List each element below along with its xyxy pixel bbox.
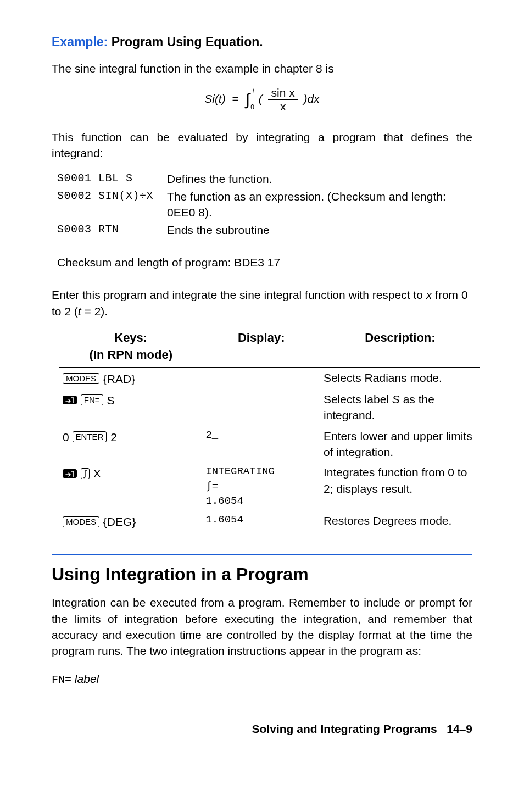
fn-key: FN= xyxy=(81,394,103,405)
desc-cell: Selects Radians mode. xyxy=(320,367,480,389)
col-keys-header: Keys: (In RPN mode) xyxy=(59,329,202,367)
formula-lhs: Si(t) xyxy=(204,92,226,105)
integrate-key: ∫ xyxy=(81,468,90,479)
page-footer: Solving and Integrating Programs 14–9 xyxy=(52,721,472,737)
int-upper: t xyxy=(253,87,254,96)
keys-cell: MODES {RAD} xyxy=(59,367,202,389)
open-paren: ( xyxy=(259,92,263,105)
table-row: MODES {DEG} 1.6054 Restores Degrees mode… xyxy=(59,510,480,532)
integral-sign: ∫ t 0 xyxy=(246,88,250,111)
display-cell: 2_ xyxy=(202,426,320,463)
key-text: 0 xyxy=(63,430,73,443)
desc-cell: Selects label S as the integrand. xyxy=(320,389,480,426)
step-code: S0003 RTN xyxy=(57,222,167,238)
step-desc: Defines the function. xyxy=(167,171,472,187)
program-steps: S0001 LBL S Defines the function. S0002 … xyxy=(57,171,472,238)
table-row: FN= S Selects label S as the integrand. xyxy=(59,389,480,426)
display-cell: INTEGRATING ∫= 1.6054 xyxy=(202,462,320,510)
keys-table: Keys: (In RPN mode) Display: Description… xyxy=(59,329,480,532)
keys-cell: ∫ X xyxy=(59,462,202,510)
formula-dx: dx xyxy=(308,92,320,105)
col-desc-header: Description: xyxy=(320,329,480,367)
step-row: S0002 SIN(X)÷X The function as an expres… xyxy=(57,188,472,221)
display-cell: 1.6054 xyxy=(202,510,320,532)
fraction-num: sin x xyxy=(268,87,298,100)
modes-key: MODES xyxy=(63,516,99,527)
intro-para-2: This function can be evaluated by integr… xyxy=(52,129,472,162)
desc-pre: Selects label xyxy=(324,393,392,405)
step-row: S0003 RTN Ends the subroutine xyxy=(57,222,472,238)
desc-cell: Enters lower and upper limits of integra… xyxy=(320,426,480,463)
close-paren: ) xyxy=(304,92,308,105)
formula: Si(t) = ∫ t 0 ( sin x x )dx xyxy=(52,87,472,113)
head-keys-l1: Keys: xyxy=(114,331,147,344)
section-rule xyxy=(52,554,472,555)
table-row: ∫ X INTEGRATING ∫= 1.6054 Integrates fun… xyxy=(59,462,480,510)
fn-label: label xyxy=(75,672,99,685)
desc-it: S xyxy=(392,393,400,405)
keys-cell: MODES {DEG} xyxy=(59,510,202,532)
example-title: Program Using Equation. xyxy=(112,35,263,49)
intro-para-3: Enter this program and integrate the sin… xyxy=(52,287,472,319)
formula-eq: = xyxy=(232,92,239,105)
key-text: {RAD} xyxy=(100,372,135,385)
modes-key: MODES xyxy=(63,373,99,384)
display-cell xyxy=(202,389,320,426)
desc-cell: Integrates function from 0 to 2; display… xyxy=(320,462,480,510)
display-cell xyxy=(202,367,320,389)
section-para: Integration can be executed from a progr… xyxy=(52,594,472,659)
fn-code: FN= xyxy=(52,674,71,686)
keys-cell: 0 ENTER 2 xyxy=(59,426,202,463)
section-heading: Using Integration in a Program xyxy=(52,562,472,587)
page: Example: Program Using Equation. The sin… xyxy=(0,0,524,759)
int-lower: 0 xyxy=(250,103,254,112)
footer-page: 14–9 xyxy=(447,722,472,735)
enter-key: ENTER xyxy=(73,431,107,442)
step-desc: Ends the subroutine xyxy=(167,222,472,238)
table-row: 0 ENTER 2 2_ Enters lower and upper limi… xyxy=(59,426,480,463)
intro3-var: x xyxy=(426,288,432,301)
fn-line: FN= label xyxy=(52,671,472,688)
step-code: S0001 LBL S xyxy=(57,171,167,187)
col-display-header: Display: xyxy=(202,329,320,367)
fraction-den: x xyxy=(268,100,298,113)
intro3-c: = 2). xyxy=(81,305,108,318)
intro3-a: Enter this program and integrate the sin… xyxy=(52,288,426,301)
key-text: {DEG} xyxy=(100,515,136,528)
shift-key xyxy=(63,396,77,404)
desc-cell: Restores Degrees mode. xyxy=(320,510,480,532)
shift-key xyxy=(63,469,77,478)
keys-cell: FN= S xyxy=(59,389,202,426)
footer-text: Solving and Integrating Programs xyxy=(252,722,437,735)
fraction: sin x x xyxy=(268,87,298,113)
key-text: S xyxy=(104,394,115,407)
table-row: MODES {RAD} Selects Radians mode. xyxy=(59,367,480,389)
key-text: 2 xyxy=(107,430,117,443)
key-text: X xyxy=(90,467,101,480)
example-label: Example: xyxy=(52,35,108,49)
step-desc: The function as an expression. (Checksum… xyxy=(167,188,472,221)
checksum-line: Checksum and length of program: BDE3 17 xyxy=(57,254,472,270)
step-code: S0002 SIN(X)÷X xyxy=(57,188,167,221)
step-row: S0001 LBL S Defines the function. xyxy=(57,171,472,187)
head-keys-l2: (In RPN mode) xyxy=(89,348,172,361)
intro-para-1: The sine integral function in the exampl… xyxy=(52,60,472,76)
example-heading: Example: Program Using Equation. xyxy=(52,33,472,51)
